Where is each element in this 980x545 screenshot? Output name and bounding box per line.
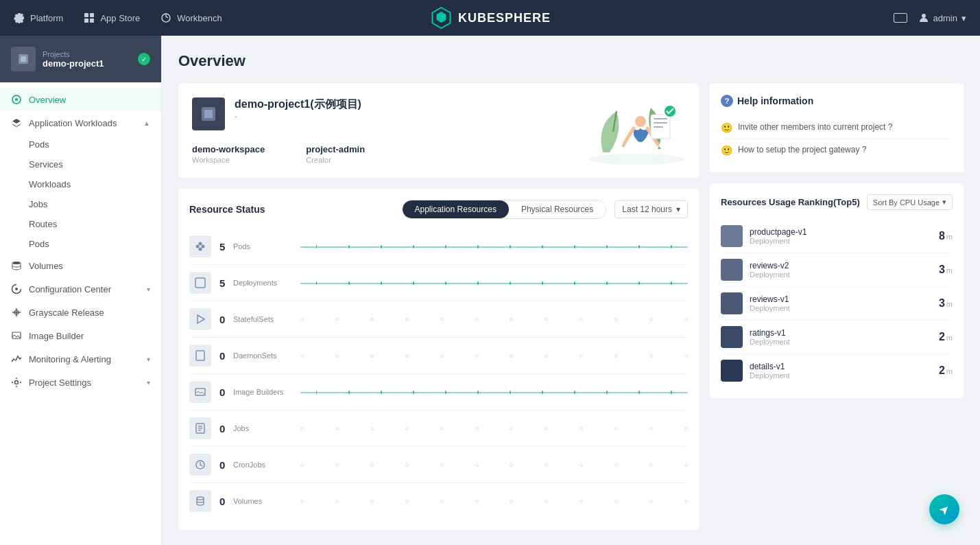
resource-row: 0 Image Builders: [189, 374, 688, 410]
help-panel: ? Help information 🙂 Invite other member…: [710, 84, 964, 172]
tab-app-resources[interactable]: Application Resources: [403, 200, 509, 218]
sidebar-item-config-center[interactable]: Configuration Center ▾: [0, 277, 161, 301]
left-column: demo-project1(示例项目) -: [178, 84, 699, 530]
ranking-icon: [721, 326, 743, 348]
svg-point-16: [15, 381, 19, 384]
resource-row-count: 0: [219, 459, 230, 471]
creator-label: Creator: [306, 156, 365, 164]
volumes-label: Volumes: [29, 261, 63, 271]
ranking-row: reviews-v2 Deployment 3 m: [721, 253, 953, 287]
resource-row-name: Image Builders: [233, 388, 295, 396]
resource-row-icon: [189, 417, 211, 439]
rankings-title: Resources Usage Ranking(Top5): [721, 197, 860, 207]
svg-rect-2: [84, 19, 88, 23]
project-info: Projects demo-project1: [43, 50, 131, 69]
help-items: 🙂 Invite other members into current proj…: [721, 117, 953, 161]
resource-row: 0 DaemonSets: [189, 338, 688, 374]
ranking-icon: [721, 225, 743, 247]
sidebar-item-app-workloads[interactable]: Application Workloads ▲: [0, 111, 161, 135]
chevron-down-time: ▾: [676, 205, 680, 214]
sidebar-item-routes[interactable]: Routes: [0, 214, 161, 234]
sidebar-item-jobs[interactable]: Jobs: [0, 194, 161, 214]
ranking-type: Deployment: [750, 371, 932, 380]
nav-workbench[interactable]: Workbench: [160, 12, 222, 23]
resource-row-chart: [300, 418, 688, 439]
svg-point-27: [199, 242, 202, 246]
pods-label: Pods: [29, 239, 49, 249]
ranking-name: productpage-v1: [750, 227, 932, 237]
ranking-value-group: 3 m: [939, 297, 953, 310]
project-card-icon: [192, 97, 225, 130]
sidebar-item-grayscale[interactable]: Grayscale Release: [0, 301, 161, 324]
ranking-info: productpage-v1 Deployment: [750, 227, 932, 245]
help-title: ? Help information: [721, 95, 953, 107]
help-item[interactable]: 🙂 How to setup the project gateway ?: [721, 139, 953, 161]
tab-physical-resources[interactable]: Physical Resources: [509, 200, 606, 218]
ranking-name: reviews-v2: [750, 261, 932, 270]
content-grid: demo-project1(示例项目) -: [178, 84, 964, 530]
grayscale-label: Grayscale Release: [29, 308, 104, 318]
ranking-unit: m: [946, 334, 953, 342]
resource-row-chart: [300, 309, 688, 329]
sidebar-item-workloads[interactable]: Workloads: [0, 174, 161, 194]
time-label: Last 12 hours: [622, 205, 672, 214]
project-label: Projects: [43, 50, 131, 58]
ranking-name: details-v1: [750, 362, 932, 371]
sort-select[interactable]: Sort By CPU Usage ▾: [867, 194, 953, 210]
ranking-value-group: 3 m: [939, 264, 953, 276]
resource-row-count: 5: [219, 241, 230, 253]
resource-rows: 5 Pods 5 Deployments: [189, 229, 688, 519]
help-emoji: 🙂: [721, 145, 732, 156]
resource-row-icon: [189, 454, 211, 476]
resource-row: 0 CronJobs: [189, 447, 688, 483]
resource-row-name: Jobs: [233, 424, 295, 432]
ranking-name: reviews-v1: [750, 294, 932, 304]
help-item[interactable]: 🙂 Invite other members into current proj…: [721, 117, 953, 139]
sidebar-item-image-builder[interactable]: Image Builder: [0, 324, 161, 347]
svg-rect-30: [195, 278, 205, 288]
rankings-list: productpage-v1 Deployment 8 m reviews-v2…: [721, 220, 953, 387]
help-emoji: 🙂: [721, 122, 732, 133]
ranking-info: reviews-v1 Deployment: [750, 294, 932, 312]
time-select[interactable]: Last 12 hours ▾: [614, 200, 688, 218]
sidebar-item-overview[interactable]: Overview: [0, 88, 161, 111]
ranking-unit: m: [946, 266, 953, 275]
chevron-down-icon: ▾: [961, 13, 966, 23]
resource-row-name: Volumes: [233, 497, 295, 505]
nav-platform[interactable]: Platform: [14, 12, 63, 23]
main-content: Overview demo-project1(示例项目): [162, 36, 980, 545]
question-icon: ?: [721, 95, 733, 107]
logo: KUBESPHERE: [429, 6, 551, 30]
sidebar-item-volumes[interactable]: Volumes: [0, 254, 161, 277]
resource-row-name: CronJobs: [233, 461, 295, 469]
workbench-label: Workbench: [177, 13, 222, 23]
sidebar-item-services[interactable]: Services: [0, 154, 161, 174]
resource-row-name: Pods: [233, 242, 295, 251]
config-icon: [11, 283, 22, 294]
fab-button[interactable]: ➤: [929, 494, 959, 524]
resource-row-count: 0: [219, 350, 230, 362]
user-icon: [918, 12, 929, 23]
workbench-icon: [160, 12, 171, 23]
sidebar-item-pods[interactable]: Pods: [0, 234, 161, 254]
resource-row-name: Deployments: [233, 279, 295, 287]
ranking-row: ratings-v1 Deployment 2 m: [721, 321, 953, 354]
svg-marker-31: [198, 315, 204, 323]
sidebar-item-monitoring[interactable]: Monitoring & Alerting ▾: [0, 347, 161, 371]
page-title: Overview: [178, 52, 964, 70]
sidebar-item-applications[interactable]: Pods: [0, 135, 161, 154]
workspace-label: Workspace: [192, 156, 265, 164]
svg-point-12: [12, 262, 21, 264]
ranking-info: details-v1 Deployment: [750, 362, 932, 380]
rankings-header: Resources Usage Ranking(Top5) Sort By CP…: [721, 194, 953, 210]
rankings-section: Resources Usage Ranking(Top5) Sort By CP…: [710, 183, 964, 398]
sidebar: Projects demo-project1 ✓ Overview Ap: [0, 36, 162, 545]
resource-row-chart: [300, 272, 688, 293]
sidebar-item-project-settings[interactable]: Project Settings ▾: [0, 371, 161, 394]
svg-rect-32: [196, 351, 204, 360]
admin-user-button[interactable]: admin ▾: [918, 12, 966, 23]
help-item-text: How to setup the project gateway ?: [738, 145, 866, 154]
svg-rect-18: [204, 110, 213, 118]
nav-appstore[interactable]: App Store: [84, 12, 140, 23]
chevron-up-icon: ▲: [143, 119, 150, 127]
